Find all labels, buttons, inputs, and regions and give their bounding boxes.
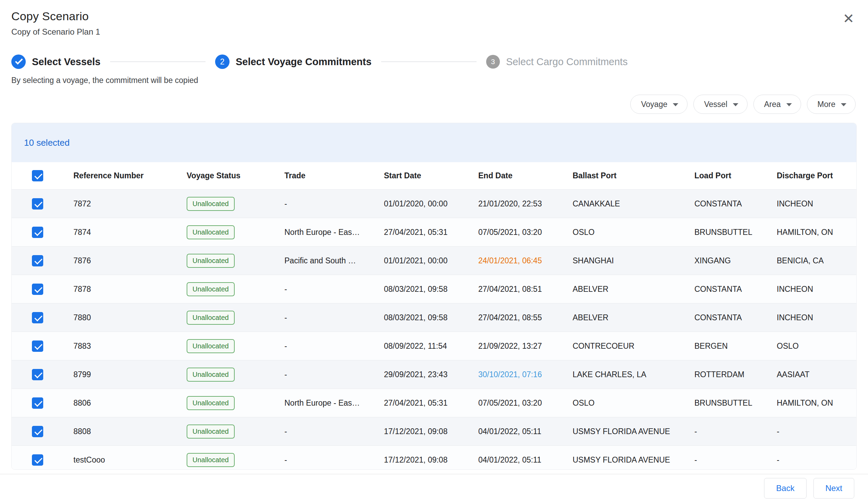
cell-trade: North Europe - Eas… <box>274 228 374 237</box>
select-all-checkbox[interactable] <box>32 170 43 181</box>
cell-discharge-port: HAMILTON, ON <box>766 228 856 237</box>
cell-start-date: 01/01/2020, 00:00 <box>374 199 468 209</box>
row-select-cell <box>12 255 63 266</box>
cell-discharge-port: - <box>766 456 856 464</box>
table-row[interactable]: 7874 Unallocated North Europe - Eas… 27/… <box>12 218 856 247</box>
cell-ballast-port: ABELVER <box>562 313 684 322</box>
row-select-cell <box>12 284 63 295</box>
status-badge: Unallocated <box>187 254 235 268</box>
step-select-voyage-commitments[interactable]: 2 Select Voyage Commitments <box>215 54 372 69</box>
cell-trade: North Europe - Eas… <box>274 398 374 408</box>
cell-reference-number: 8808 <box>63 427 176 436</box>
step-3-number-badge: 3 <box>486 55 500 69</box>
cell-load-port: - <box>684 456 766 464</box>
table-row[interactable]: 7880 Unallocated - 08/03/2021, 09:58 27/… <box>12 303 856 332</box>
row-checkbox[interactable] <box>32 284 43 295</box>
cell-trade: - <box>274 342 374 351</box>
cell-ballast-port: LAKE CHARLES, LA <box>562 370 684 379</box>
column-header: Trade <box>274 171 374 180</box>
cell-ballast-port: USMSY FLORIDA AVENUE <box>562 456 684 464</box>
cell-voyage-status: Unallocated <box>176 453 274 467</box>
cell-end-date: 27/04/2021, 08:51 <box>468 285 562 294</box>
row-checkbox[interactable] <box>32 312 43 323</box>
cell-end-date: 21/09/2022, 13:27 <box>468 342 562 351</box>
filter-vessel-label: Vessel <box>704 100 727 109</box>
cell-end-date: 30/10/2021, 07:16 <box>468 370 562 379</box>
cell-discharge-port: HAMILTON, ON <box>766 398 856 408</box>
cell-trade: - <box>274 199 374 209</box>
cell-voyage-status: Unallocated <box>176 197 274 211</box>
copy-scenario-dialog: Copy Scenario Copy of Scenario Plan 1 ✕ … <box>0 0 868 470</box>
filter-more-label: More <box>818 100 835 109</box>
row-checkbox[interactable] <box>32 227 43 238</box>
cell-reference-number: 7874 <box>63 228 176 237</box>
table-row[interactable]: 8806 Unallocated North Europe - Eas… 27/… <box>12 389 856 417</box>
next-button[interactable]: Next <box>814 478 854 499</box>
step-select-cargo-commitments[interactable]: 3 Select Cargo Commitments <box>486 55 628 69</box>
column-header: End Date <box>468 171 562 180</box>
cell-voyage-status: Unallocated <box>176 396 274 410</box>
back-button[interactable]: Back <box>764 478 806 499</box>
row-checkbox[interactable] <box>32 454 43 466</box>
cell-start-date: 27/04/2021, 05:31 <box>374 398 468 408</box>
filter-voyage-button[interactable]: Voyage <box>630 95 688 114</box>
cell-reference-number: 7880 <box>63 313 176 322</box>
cell-ballast-port: OSLO <box>562 398 684 408</box>
filter-more-button[interactable]: More <box>807 95 856 114</box>
cell-reference-number: 8799 <box>63 370 176 379</box>
table-row[interactable]: 8799 Unallocated - 29/09/2021, 23:43 30/… <box>12 360 856 389</box>
stepper-connector <box>110 61 206 62</box>
row-checkbox[interactable] <box>32 341 43 352</box>
cell-end-date: 24/01/2021, 06:45 <box>468 256 562 265</box>
dialog-header: Copy Scenario Copy of Scenario Plan 1 ✕ <box>0 0 868 37</box>
row-select-cell <box>12 227 63 238</box>
table-row[interactable]: 7876 Unallocated Pacific and South … 01/… <box>12 247 856 275</box>
selection-summary-bar: 10 selected <box>12 123 856 162</box>
status-badge: Unallocated <box>187 225 235 239</box>
row-checkbox[interactable] <box>32 426 43 437</box>
column-header: Ballast Port <box>562 171 684 180</box>
row-select-cell <box>12 341 63 352</box>
cell-voyage-status: Unallocated <box>176 425 274 439</box>
filter-area-button[interactable]: Area <box>753 95 801 114</box>
cell-load-port: CONSTANTA <box>684 199 766 209</box>
table-row[interactable]: 7878 Unallocated - 08/03/2021, 09:58 27/… <box>12 275 856 303</box>
row-checkbox[interactable] <box>32 255 43 266</box>
dialog-subtitle: Copy of Scenario Plan 1 <box>11 27 100 37</box>
cell-start-date: 08/03/2021, 09:58 <box>374 313 468 322</box>
table-row[interactable]: 7872 Unallocated - 01/01/2020, 00:00 21/… <box>12 190 856 218</box>
table-row[interactable]: testCooo Unallocated - 17/12/2021, 09:08… <box>12 446 856 470</box>
cell-load-port: BERGEN <box>684 342 766 351</box>
cell-discharge-port: INCHEON <box>766 285 856 294</box>
status-badge: Unallocated <box>187 396 235 410</box>
cell-end-date: 27/04/2021, 08:55 <box>468 313 562 322</box>
cell-start-date: 17/12/2021, 09:08 <box>374 427 468 436</box>
cell-end-date: 07/05/2021, 03:20 <box>468 228 562 237</box>
step-select-vessels[interactable]: Select Vessels <box>11 54 101 69</box>
selection-count: 10 selected <box>24 137 70 148</box>
step-2-number-badge: 2 <box>215 54 229 69</box>
filter-vessel-button[interactable]: Vessel <box>693 95 747 114</box>
row-checkbox[interactable] <box>32 397 43 409</box>
chevron-down-icon <box>673 103 678 106</box>
close-icon[interactable]: ✕ <box>843 12 854 25</box>
cell-reference-number: 8806 <box>63 398 176 408</box>
row-select-cell <box>12 198 63 209</box>
cell-load-port: - <box>684 427 766 436</box>
table-row[interactable]: 8808 Unallocated - 17/12/2021, 09:08 04/… <box>12 417 856 446</box>
dialog-footer: Back Next <box>0 474 868 502</box>
row-checkbox[interactable] <box>32 198 43 209</box>
row-select-cell <box>12 426 63 437</box>
row-checkbox[interactable] <box>32 369 43 380</box>
cell-ballast-port: SHANGHAI <box>562 256 684 265</box>
cell-ballast-port: CONTRECOEUR <box>562 342 684 351</box>
column-header: Start Date <box>374 171 468 180</box>
status-badge: Unallocated <box>187 311 235 325</box>
status-badge: Unallocated <box>187 339 235 353</box>
cell-voyage-status: Unallocated <box>176 339 274 353</box>
cell-start-date: 27/04/2021, 05:31 <box>374 228 468 237</box>
cell-trade: - <box>274 370 374 379</box>
table-row[interactable]: 7883 Unallocated - 08/09/2022, 11:54 21/… <box>12 332 856 360</box>
page-title: Copy Scenario <box>11 10 100 23</box>
step-label-select-vessels: Select Vessels <box>32 56 101 67</box>
